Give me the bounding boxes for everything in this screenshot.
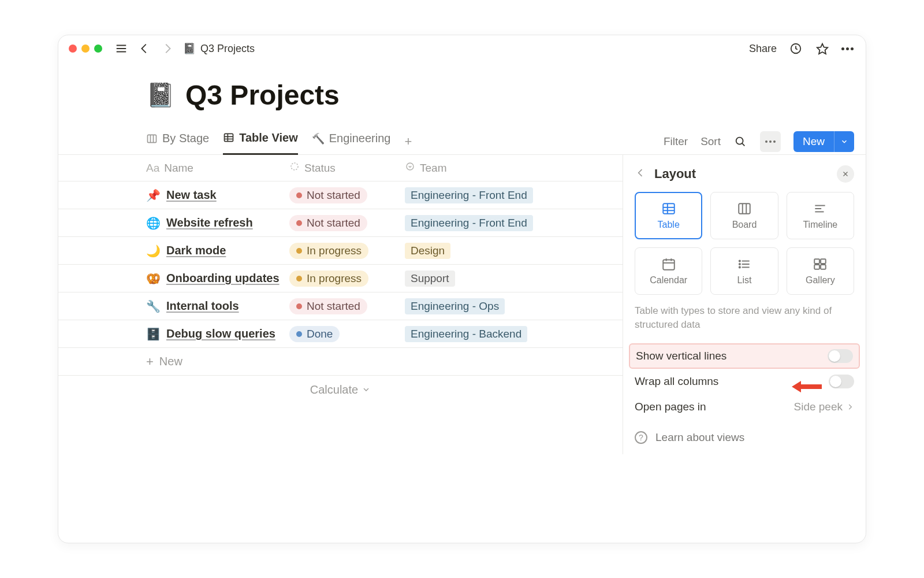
svg-rect-40 [815,265,820,269]
view-tab-engineering[interactable]: 🔨 Engineering [312,128,391,155]
more-menu-icon[interactable] [841,47,855,50]
status-badge[interactable]: Done [289,326,340,342]
view-options-button[interactable] [760,131,781,152]
status-badge[interactable]: In progress [289,271,368,287]
column-header-status[interactable]: Status [304,162,336,175]
updates-icon[interactable] [788,41,803,56]
hammer-icon: 🔨 [312,132,325,145]
breadcrumb[interactable]: 📓 Q3 Projects [183,42,255,55]
status-badge[interactable]: Not started [289,187,367,203]
table-row[interactable]: 🥨 Onboarding updates In progress Support [58,265,623,292]
sort-button[interactable]: Sort [701,135,721,148]
row-name[interactable]: Website refresh [166,216,253,229]
svg-point-36 [739,264,740,265]
status-badge[interactable]: In progress [289,243,368,259]
team-tag[interactable]: Engineering - Ops [405,298,505,314]
team-tag[interactable]: Engineering - Front End [405,215,533,231]
select-property-icon [405,161,415,175]
svg-marker-4 [817,44,828,54]
team-tag[interactable]: Engineering - Backend [405,326,527,342]
svg-rect-39 [821,259,826,264]
row-name[interactable]: Dark mode [166,244,226,257]
learn-about-views-link[interactable]: ? Learn about views [635,431,854,444]
page-title[interactable]: Q3 Projects [185,79,340,111]
row-name[interactable]: Debug slow queries [166,327,275,340]
view-tab-label: By Stage [162,132,209,145]
maximize-window-icon[interactable] [94,45,102,53]
open-pages-in-value: Side peek [793,401,843,413]
layout-card-label: List [737,275,752,286]
column-header-name[interactable]: Name [164,162,193,175]
row-name[interactable]: New task [166,188,217,202]
svg-rect-22 [739,203,750,213]
new-button[interactable]: New [793,131,834,152]
panel-back-button[interactable] [635,167,646,181]
breadcrumb-icon: 📓 [183,42,196,55]
add-view-button[interactable]: + [404,134,412,149]
layout-card-table[interactable]: Table [635,192,702,239]
row-name[interactable]: Internal tools [166,299,239,313]
row-icon: 📌 [146,188,161,202]
plus-icon: + [146,354,154,369]
sidebar-toggle-button[interactable] [114,41,129,56]
new-dropdown-button[interactable] [834,131,854,152]
row-icon: 🔧 [146,299,161,313]
table-row[interactable]: 🌐 Website refresh Not started Engineerin… [58,209,623,237]
status-badge[interactable]: Not started [289,298,367,314]
layout-card-board[interactable]: Board [710,192,778,239]
panel-close-button[interactable] [837,165,854,183]
share-button[interactable]: Share [749,43,777,55]
row-icon: 🗄️ [146,327,161,341]
layout-card-label: Gallery [806,275,835,286]
table-row[interactable]: 🗄️ Debug slow queries Done Engineering -… [58,320,623,348]
calculate-label: Calculate [310,383,358,397]
filter-button[interactable]: Filter [664,135,688,148]
layout-card-label: Board [732,220,757,230]
view-tab-by-stage[interactable]: By Stage [146,128,209,155]
text-property-icon: Aa [146,162,159,175]
close-window-icon[interactable] [69,45,77,53]
status-badge[interactable]: Not started [289,215,367,231]
page-icon[interactable]: 📓 [146,81,175,109]
layout-card-calendar[interactable]: Calendar [635,247,702,295]
layout-card-gallery[interactable]: Gallery [787,247,854,295]
svg-rect-38 [815,259,820,264]
add-row-button[interactable]: + New [58,348,623,376]
table-row[interactable]: 🌙 Dark mode In progress Design [58,237,623,265]
search-icon[interactable] [733,135,747,149]
window-controls[interactable] [69,45,102,53]
svg-rect-18 [663,203,675,213]
favorite-icon[interactable] [815,41,830,56]
layout-card-list[interactable]: List [710,247,778,295]
team-tag[interactable]: Design [405,243,450,259]
svg-line-13 [742,143,744,146]
row-icon: 🌐 [146,216,161,230]
svg-rect-5 [148,135,157,142]
row-name[interactable]: Onboarding updates [166,272,280,285]
minimize-window-icon[interactable] [81,45,90,53]
calculate-button[interactable]: Calculate [58,376,623,403]
wrap-all-columns-toggle[interactable] [829,375,854,388]
row-icon: 🥨 [146,272,161,286]
svg-rect-41 [821,265,826,269]
table-row[interactable]: 📌 New task Not started Engineering - Fro… [58,181,623,209]
svg-point-35 [739,261,740,262]
open-pages-in-row[interactable]: Open pages in Side peek [635,394,854,420]
layout-card-timeline[interactable]: Timeline [787,192,854,239]
team-tag[interactable]: Engineering - Front End [405,187,533,203]
back-button[interactable] [137,41,152,56]
svg-rect-8 [225,134,233,141]
svg-marker-43 [792,381,801,392]
layout-card-label: Table [658,220,680,230]
show-vertical-lines-toggle[interactable] [828,349,853,363]
show-vertical-lines-row[interactable]: Show vertical lines [629,343,860,369]
view-tab-table-view[interactable]: Table View [223,128,298,155]
svg-point-14 [291,163,298,170]
panel-title: Layout [654,166,829,181]
column-header-team[interactable]: Team [420,162,446,175]
table-row[interactable]: 🔧 Internal tools Not started Engineering… [58,292,623,320]
layout-description: Table with types to store and view any k… [635,304,854,332]
layout-card-label: Calendar [650,275,687,286]
team-tag[interactable]: Support [405,271,455,287]
show-vertical-lines-label: Show vertical lines [636,350,828,362]
